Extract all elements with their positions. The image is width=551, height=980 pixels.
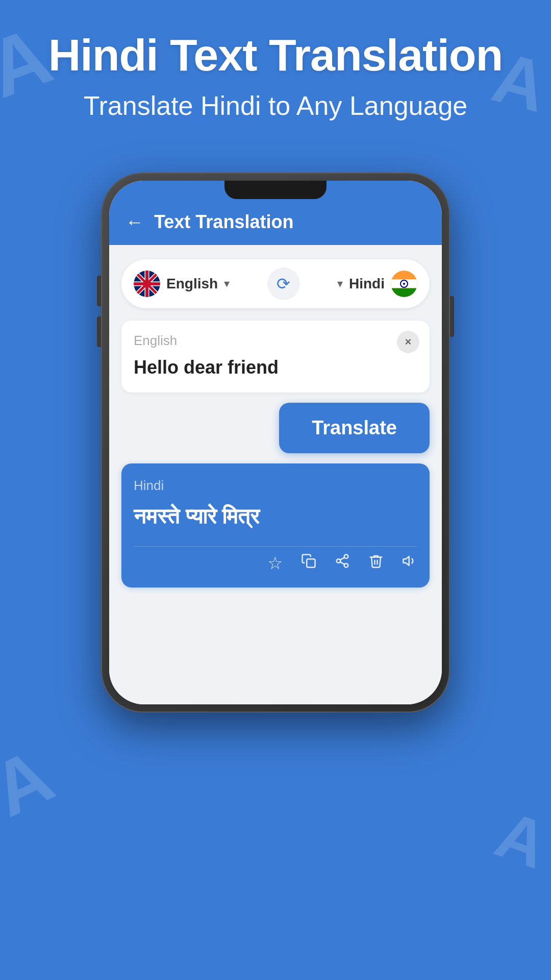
share-button[interactable] bbox=[335, 553, 350, 573]
favorite-button[interactable]: ☆ bbox=[267, 553, 283, 573]
india-flag-icon bbox=[391, 271, 417, 297]
back-button[interactable]: ← bbox=[126, 211, 144, 233]
phone-notch bbox=[224, 181, 327, 199]
copy-button[interactable] bbox=[301, 553, 316, 573]
content-area: English ▾ ⟳ ▾ Hindi bbox=[109, 245, 442, 704]
input-panel: English Hello dear friend × bbox=[121, 321, 430, 393]
main-title: Hindi Text Translation bbox=[20, 31, 531, 80]
speak-button[interactable] bbox=[402, 553, 417, 573]
output-language-label: Hindi bbox=[134, 478, 417, 494]
bg-decor-3: A bbox=[0, 731, 66, 835]
svg-marker-23 bbox=[404, 556, 409, 566]
sub-title: Translate Hindi to Any Language bbox=[20, 90, 531, 121]
swap-icon: ⟳ bbox=[277, 274, 290, 293]
target-language-label: Hindi bbox=[349, 276, 385, 292]
volume-up-button bbox=[97, 276, 101, 306]
target-flag bbox=[391, 271, 417, 297]
delete-button[interactable] bbox=[368, 553, 384, 573]
source-language-dropdown-icon[interactable]: ▾ bbox=[224, 277, 230, 290]
source-flag bbox=[134, 271, 160, 297]
phone-outer: ← Text Translation bbox=[102, 174, 449, 712]
volume-down-button bbox=[97, 316, 101, 347]
phone-mockup: ← Text Translation bbox=[102, 174, 449, 712]
output-text-content: नमस्ते प्यारे मित्र bbox=[134, 502, 417, 532]
svg-rect-17 bbox=[307, 559, 315, 567]
svg-line-22 bbox=[340, 557, 345, 560]
input-language-label: English bbox=[134, 333, 417, 349]
source-language-label: English bbox=[166, 276, 218, 292]
app-bar-title: Text Translation bbox=[154, 211, 293, 233]
power-button bbox=[450, 296, 454, 337]
svg-rect-14 bbox=[391, 288, 417, 297]
output-panel: Hindi नमस्ते प्यारे मित्र ☆ bbox=[121, 463, 430, 587]
target-language-dropdown-icon[interactable]: ▾ bbox=[337, 277, 343, 290]
clear-input-button[interactable]: × bbox=[397, 331, 419, 353]
target-language-selector[interactable]: ▾ Hindi bbox=[337, 271, 417, 297]
output-actions-bar: ☆ bbox=[134, 546, 417, 573]
translate-button-wrapper: Translate bbox=[121, 403, 430, 453]
swap-languages-button[interactable]: ⟳ bbox=[267, 267, 300, 300]
bg-decor-4: A bbox=[486, 795, 551, 884]
phone-inner: ← Text Translation bbox=[109, 181, 442, 704]
input-text-content[interactable]: Hello dear friend bbox=[134, 355, 417, 380]
source-language-selector[interactable]: English ▾ bbox=[134, 271, 230, 297]
translate-button[interactable]: Translate bbox=[279, 403, 430, 453]
header-area: Hindi Text Translation Translate Hindi t… bbox=[0, 31, 551, 121]
svg-point-16 bbox=[403, 283, 405, 285]
uk-flag-icon bbox=[134, 271, 160, 297]
svg-line-21 bbox=[340, 562, 345, 565]
language-selector: English ▾ ⟳ ▾ Hindi bbox=[121, 259, 430, 308]
